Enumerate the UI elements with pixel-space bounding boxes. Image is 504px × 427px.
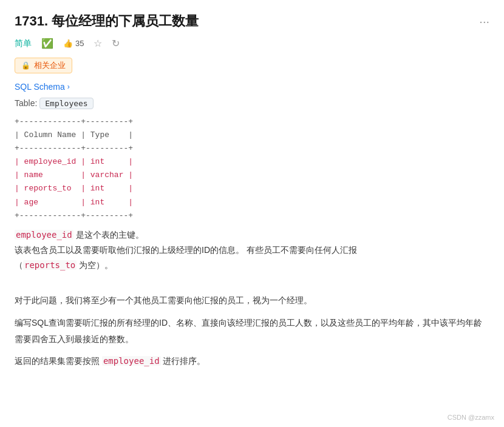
desc-keyword-1: employee_id (15, 230, 73, 240)
page-title: 1731. 每位经理的下属员工数量 (15, 12, 199, 30)
desc-line-3: （reports_to 为空）。 (15, 258, 489, 273)
problem-line-3: 返回的结果集需要按照 employee_id 进行排序。 (15, 353, 489, 369)
like-count: 35 (75, 39, 84, 48)
more-icon[interactable]: ··· (479, 15, 489, 29)
schema-row-4: | age | int | (15, 198, 133, 207)
desc-keyword-2: reports_to (23, 260, 77, 270)
chevron-right-icon: › (67, 82, 70, 91)
sql-schema-link[interactable]: SQL Schema › (15, 82, 489, 92)
schema-block: +-------------+---------+ | Column Name … (15, 115, 489, 223)
problem-line-1: 对于此问题，我们将至少有一个其他员工需要向他汇报的员工，视为一个经理。 (15, 292, 489, 309)
desc-line-1: employee_id 是这个表的主键。 (15, 227, 489, 243)
problem-keyword-1: employee_id (102, 356, 161, 366)
sql-schema-label: SQL Schema (15, 82, 65, 92)
table-label: Table: (15, 98, 37, 108)
problem-line-2: 编写SQL查询需要听汇报的所有经理的ID、名称、直接向该经理汇报的员工人数，以及… (15, 315, 489, 347)
company-badge-label: 相关企业 (34, 60, 66, 71)
schema-row-3: | reports_to | int | (15, 184, 133, 193)
schema-border-mid: +-------------+---------+ (15, 144, 133, 153)
thumb-up-icon: 👍 (63, 39, 73, 48)
check-icon: ✅ (41, 38, 53, 49)
like-button[interactable]: 👍 35 (63, 39, 84, 48)
problem-section: 对于此问题，我们将至少有一个其他员工需要向他汇报的员工，视为一个经理。 编写SQ… (15, 292, 489, 369)
lock-icon: 🔒 (21, 61, 30, 70)
company-badge[interactable]: 🔒 相关企业 (15, 58, 72, 73)
schema-row-1: | employee_id | int | (15, 157, 133, 166)
schema-header: | Column Name | Type | (15, 130, 133, 140)
refresh-icon[interactable]: ↻ (112, 38, 120, 49)
table-name-badge: Employees (39, 98, 93, 109)
star-icon[interactable]: ☆ (94, 38, 102, 49)
schema-row-2: | name | varchar | (15, 170, 133, 180)
difficulty-tag: 简单 (15, 38, 32, 49)
schema-border-top: +-------------+---------+ (15, 117, 133, 126)
desc-line-2: 该表包含员工以及需要听取他们汇报的上级经理的ID的信息。 有些员工不需要向任何人… (15, 243, 489, 258)
schema-border-bot: +-------------+---------+ (15, 211, 133, 220)
description-block: employee_id 是这个表的主键。 该表包含员工以及需要听取他们汇报的上级… (15, 227, 489, 274)
